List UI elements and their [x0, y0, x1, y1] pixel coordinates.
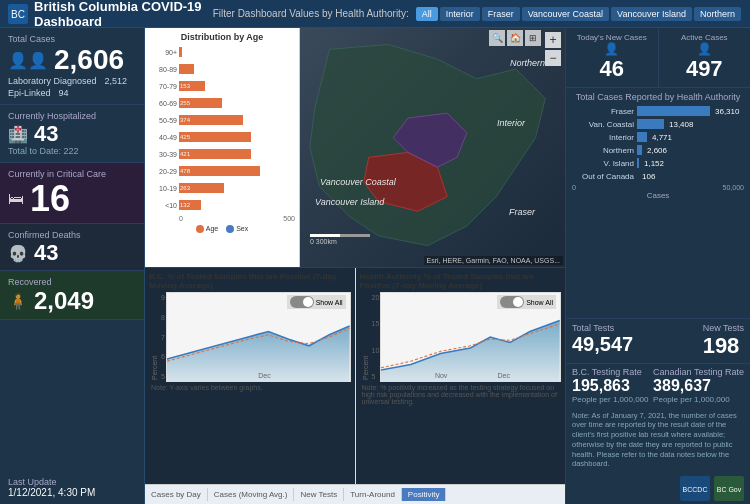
age-bar-female: 478: [179, 166, 260, 176]
age-bars: 90+ 80-89 70-79 153 60-69: [149, 44, 295, 213]
zoom-in-btn[interactable]: +: [545, 32, 561, 48]
ha-x-label-nov: Nov: [435, 372, 447, 379]
deaths-value: 43: [34, 242, 58, 264]
ha-x-label: Cases: [572, 191, 744, 200]
vancouver-coastal-label: Vancouver Coastal: [320, 177, 396, 187]
hospitalized-block: Currently Hospitalized 🏥 43 Total to Dat…: [0, 105, 144, 163]
total-tests-label: Total Tests: [572, 323, 633, 333]
can-rate-block: Canadian Testing Rate 389,637 People per…: [653, 367, 744, 404]
ha-chart-title: Health Authority % of Tested Samples tha…: [360, 272, 562, 290]
age-row: <10 132: [149, 197, 295, 213]
ha-show-all-btn[interactable]: Show All: [497, 295, 556, 309]
map-home-btn[interactable]: 🏠: [507, 30, 523, 46]
active-cases-block: Active Cases 👤 497: [659, 28, 751, 87]
left-panel: Total Cases 👤👤 2,606 Laboratory Diagnose…: [0, 28, 145, 504]
bc-rate-label: B.C. Testing Rate: [572, 367, 649, 377]
bc-rate-sub: People per 1,000,000: [572, 395, 649, 404]
recovered-block: Recovered 🧍 2,049: [0, 271, 144, 320]
critical-value: 16: [30, 181, 70, 217]
age-range-label: <10: [149, 202, 177, 209]
ha-positivity-chart: Health Authority % of Tested Samples tha…: [356, 268, 566, 484]
age-row: 20-29 478: [149, 163, 295, 179]
age-bar-group: 255: [179, 96, 295, 110]
tab-turn-around[interactable]: Turn-Around: [344, 488, 402, 501]
scale-bar: 0 300km: [310, 234, 370, 245]
svg-text:BC Gov: BC Gov: [717, 486, 742, 493]
person-icon: 👤👤: [8, 51, 48, 70]
hospitalized-note: Total to Date: 222: [8, 146, 136, 156]
new-tests-value: 198: [703, 333, 744, 359]
age-bar-group: 263: [179, 181, 295, 195]
today-active-row: Today's New Cases 👤 46 Active Cases 👤 49…: [566, 28, 750, 88]
last-update-label: Last Update: [8, 477, 136, 487]
age-bar-group: 421: [179, 147, 295, 161]
age-row: 10-19 263: [149, 180, 295, 196]
center-area: Distribution by Age 90+ 80-89 70-79 153: [145, 28, 565, 504]
age-chart-title: Distribution by Age: [149, 32, 295, 42]
legend-sex: Sex: [236, 225, 248, 232]
can-rate-label: Canadian Testing Rate: [653, 367, 744, 377]
age-female-val: 421: [179, 151, 191, 157]
ha-chart-heading: Total Cases Reported by Health Authority: [572, 92, 744, 102]
tab-new-tests[interactable]: New Tests: [294, 488, 344, 501]
age-axis: 0500: [149, 215, 295, 222]
age-row: 40-49 425: [149, 129, 295, 145]
bc-chart-note: Note: Y-axis varies between graphs.: [149, 382, 351, 393]
ha-y-label: Percent: [360, 292, 371, 382]
bc-logo: BC: [8, 4, 28, 24]
filter-northern[interactable]: Northern: [694, 7, 741, 21]
ha-bar: [637, 119, 664, 129]
filter-vancouver-island[interactable]: Vancouver Island: [611, 7, 692, 21]
ha-bar: [637, 158, 639, 168]
age-bar-female: 132: [179, 200, 201, 210]
bc-chart-title: B.C. % of Tested Samples that are Positi…: [149, 272, 351, 290]
bc-x-label: Dec: [258, 372, 270, 379]
ha-val: 1,152: [644, 159, 664, 168]
age-female-val: 153: [179, 83, 191, 89]
ha-bar: [637, 106, 710, 116]
filter-fraser[interactable]: Fraser: [482, 7, 520, 21]
svg-text:BCCDC: BCCDC: [683, 486, 708, 493]
bottom-charts: B.C. % of Tested Samples that are Positi…: [145, 268, 565, 484]
tab-positivity[interactable]: Positivity: [402, 488, 447, 501]
ha-name: Northern: [572, 146, 634, 155]
new-tests-label: New Tests: [703, 323, 744, 333]
age-distribution-chart: Distribution by Age 90+ 80-89 70-79 153: [145, 28, 300, 267]
tab-cases-by-day[interactable]: Cases by Day: [145, 488, 208, 501]
bc-rate-value: 195,863: [572, 377, 649, 395]
age-row: 30-39 421: [149, 146, 295, 162]
total-cases-label: Total Cases: [8, 34, 136, 44]
age-bar-group: 425: [179, 130, 295, 144]
ha-bar: [637, 145, 642, 155]
tab-moving-avg[interactable]: Cases (Moving Avg.): [208, 488, 295, 501]
age-bar-group: 153: [179, 79, 295, 93]
age-female-val: 478: [179, 168, 191, 174]
age-female-val: 374: [179, 117, 191, 123]
icu-icon: 🛏: [8, 190, 24, 208]
age-range-label: 60-69: [149, 100, 177, 107]
ha-bar: [637, 132, 647, 142]
zoom-out-btn[interactable]: −: [545, 50, 561, 66]
critical-label: Currently in Critical Care: [8, 169, 136, 179]
filter-all[interactable]: All: [416, 7, 438, 21]
today-cases-block: Today's New Cases 👤 46: [566, 28, 659, 87]
map-grid-btn[interactable]: ⊞: [525, 30, 541, 46]
map-background: Northern Interior Vancouver Coastal Vanc…: [300, 28, 565, 267]
age-range-label: 90+: [149, 49, 177, 56]
ha-row: Out of Canada 106: [572, 171, 744, 181]
ha-row: Van. Coastal 13,408: [572, 119, 744, 129]
filter-interior[interactable]: Interior: [440, 7, 480, 21]
lab-label: Laboratory Diagnosed: [8, 76, 97, 86]
svg-text:BC: BC: [11, 9, 25, 20]
age-range-label: 80-89: [149, 66, 177, 73]
age-range-label: 10-19: [149, 185, 177, 192]
lab-value: 2,512: [105, 76, 128, 86]
ha-chart-area: Show All Nov Dec: [380, 292, 561, 382]
bc-show-all-btn[interactable]: Show All: [287, 295, 346, 309]
map-search-btn[interactable]: 🔍: [489, 30, 505, 46]
age-female-val: 255: [179, 100, 191, 106]
age-row: 80-89: [149, 61, 295, 77]
filter-vancouver-coastal[interactable]: Vancouver Coastal: [522, 7, 609, 21]
age-legend: Age Sex: [149, 225, 295, 233]
ha-val: 2,606: [647, 146, 667, 155]
